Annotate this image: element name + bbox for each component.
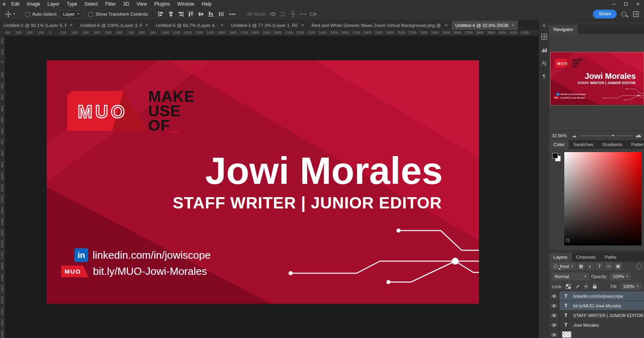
lock-position-move-icon[interactable] <box>583 283 589 289</box>
ruler-tick-label: 3200 <box>409 31 417 35</box>
tab-close-icon[interactable]: × <box>70 23 72 28</box>
character-panel-icon[interactable]: A| <box>540 59 548 67</box>
filter-pixel-layers-icon[interactable]: ▦ <box>577 263 585 270</box>
menu-item-help[interactable]: Help <box>198 0 215 8</box>
linkedin-contact-row: in linkedin.com/in/jowiscope <box>74 248 211 262</box>
foreground-color-swatch[interactable] <box>552 153 558 159</box>
document-tab[interactable]: Red and White Generic News Zoom Virtual … <box>308 21 452 30</box>
lock-transparency-icon[interactable] <box>565 283 571 289</box>
document-tab-active[interactable]: Untitled-4 @ 32.6% (RGB/8#) * × <box>452 21 518 30</box>
tab-gradients[interactable]: Gradients <box>598 140 627 149</box>
distribute-icon[interactable] <box>217 10 225 18</box>
lock-all-padlock-icon[interactable] <box>592 283 598 289</box>
layer-row[interactable]: T Jowi Morales <box>549 320 644 330</box>
3d-orbit-icon[interactable] <box>269 10 277 18</box>
align-vertical-centers-icon[interactable] <box>197 10 205 18</box>
tab-close-icon[interactable]: × <box>512 23 514 28</box>
menu-item-filter[interactable]: Filter <box>101 0 120 8</box>
document-tab[interactable]: Untitled-6 @ 100% (Layer 3, RGB... × <box>76 21 152 30</box>
align-top-edges-icon[interactable] <box>187 10 195 18</box>
navigator-thumbnail[interactable]: MUO MAKE USE OF_ Jowi Morales STAFF WRIT… <box>551 52 644 105</box>
share-button[interactable]: Share <box>593 10 617 19</box>
menu-item-plugins[interactable]: Plugins <box>151 0 173 8</box>
chevron-down-icon: ▾ <box>626 275 628 278</box>
layer-visibility-eye-icon[interactable] <box>549 291 559 301</box>
tab-close-icon[interactable]: × <box>221 23 223 28</box>
color-picker-cursor[interactable] <box>566 239 570 242</box>
more-options-icon[interactable]: ••• <box>227 11 237 17</box>
auto-select-target-dropdown[interactable]: Layer ▾ <box>60 10 83 18</box>
layer-visibility-eye-icon[interactable] <box>549 301 559 310</box>
document-tab[interactable]: Untitled-3 @ 77.2% (Layer 1, RGB... × <box>227 21 308 30</box>
layer-filter-kind-dropdown[interactable]: Kind ▾ <box>551 263 576 270</box>
collapse-dock-icon[interactable]: « <box>540 21 548 29</box>
menu-item-3d[interactable]: 3D <box>120 0 133 8</box>
layer-row[interactable]: T bit.ly/MUO-Jowi-Morales <box>549 301 644 311</box>
tab-paths[interactable]: Paths <box>600 253 621 262</box>
histogram-panel-icon[interactable] <box>540 46 548 54</box>
zoom-in-icon[interactable] <box>636 133 641 138</box>
zoom-level-value[interactable]: 32.56% <box>552 133 570 138</box>
tab-patterns[interactable]: Patterns <box>627 140 644 149</box>
layer-row[interactable]: T linkedin.com/in/jowiscope <box>549 291 644 301</box>
minimize-icon[interactable] <box>608 0 620 8</box>
design-canvas[interactable]: MUO MAKE USE OF_ Jowi Morales STAFF WRIT… <box>47 60 479 304</box>
menu-item-window[interactable]: Window <box>173 0 198 8</box>
tab-close-icon[interactable]: × <box>145 23 148 28</box>
align-horizontal-centers-icon[interactable] <box>167 10 175 18</box>
menu-item-layer[interactable]: Layer <box>44 0 63 8</box>
align-right-edges-icon[interactable] <box>177 10 185 18</box>
zoom-slider[interactable]: ▲ <box>579 133 633 138</box>
tab-channels[interactable]: Channels <box>572 253 601 262</box>
layer-visibility-eye-icon[interactable] <box>549 330 559 338</box>
document-tab[interactable]: Untitled-5 @ 66.7% (Layer 4, RGB... × <box>152 21 227 30</box>
3d-roll-icon[interactable] <box>279 10 287 18</box>
tab-layers[interactable]: Layers <box>549 253 572 262</box>
blend-mode-dropdown[interactable]: Normal ▾ <box>552 273 589 280</box>
filter-smart-objects-icon[interactable]: ▣ <box>614 263 622 270</box>
layer-visibility-eye-icon[interactable] <box>549 311 559 320</box>
document-tab[interactable]: Untitled-2 @ 90.1% (Layer 5, RGB/8... × <box>0 21 76 30</box>
menu-item-type[interactable]: Type <box>63 0 81 8</box>
lock-pixels-brush-icon[interactable] <box>574 283 580 289</box>
align-left-edges-icon[interactable] <box>157 10 165 18</box>
color-saturation-picker[interactable] <box>564 152 642 245</box>
layer-visibility-eye-icon[interactable] <box>549 320 559 330</box>
filter-shape-layers-icon[interactable]: ▭ <box>605 263 613 270</box>
3d-camera-icon[interactable] <box>310 10 317 18</box>
workspace-switcher-icon[interactable] <box>631 10 641 19</box>
layer-row[interactable]: T STAFF WRITER | JUNIOR EDITOR <box>549 311 644 320</box>
opacity-dropdown[interactable]: 100% ▾ <box>610 273 631 280</box>
search-icon[interactable] <box>619 10 629 19</box>
swatches-panel-icon[interactable] <box>540 33 548 41</box>
align-bottom-edges-icon[interactable] <box>207 10 215 18</box>
zoom-out-icon[interactable] <box>572 133 576 138</box>
maximize-icon[interactable] <box>620 0 632 8</box>
tab-color[interactable]: Color <box>549 140 569 149</box>
filter-toggle-icon[interactable] <box>636 264 642 269</box>
menu-item-edit[interactable]: Edit <box>8 0 23 8</box>
tab-swatches[interactable]: Swatches <box>569 140 598 149</box>
show-transform-checkbox[interactable] <box>89 12 93 16</box>
menu-item-select[interactable]: Select <box>81 0 101 8</box>
filter-type-layers-icon[interactable]: T <box>596 263 603 270</box>
paragraph-panel-icon[interactable]: ¶ <box>540 72 548 80</box>
3d-slide-icon[interactable] <box>299 10 307 18</box>
move-tool-preview[interactable]: ▾ <box>3 10 16 18</box>
close-icon[interactable]: × <box>632 0 644 8</box>
fill-dropdown[interactable]: 100% ▾ <box>620 283 641 290</box>
layer-row[interactable] <box>549 330 644 338</box>
tab-close-icon[interactable]: × <box>445 23 448 28</box>
3d-pan-icon[interactable] <box>289 10 297 18</box>
zoom-slider-thumb[interactable]: ▲ <box>611 133 615 137</box>
auto-select-checkbox[interactable] <box>25 12 30 16</box>
tab-close-icon[interactable]: × <box>301 23 304 28</box>
menu-item-image[interactable]: Image <box>23 0 43 8</box>
canvas-pasteboard[interactable]: MUO MAKE USE OF_ Jowi Morales STAFF WRIT… <box>5 36 539 338</box>
menu-item-file-partial[interactable]: e <box>1 0 8 8</box>
filter-adjustment-layers-icon[interactable]: ◐ <box>586 263 594 270</box>
foreground-background-swatches[interactable] <box>551 152 562 246</box>
brand-line: MAKE <box>148 89 195 104</box>
tab-navigator[interactable]: Navigator <box>549 25 578 34</box>
menu-item-view[interactable]: View <box>133 0 151 8</box>
